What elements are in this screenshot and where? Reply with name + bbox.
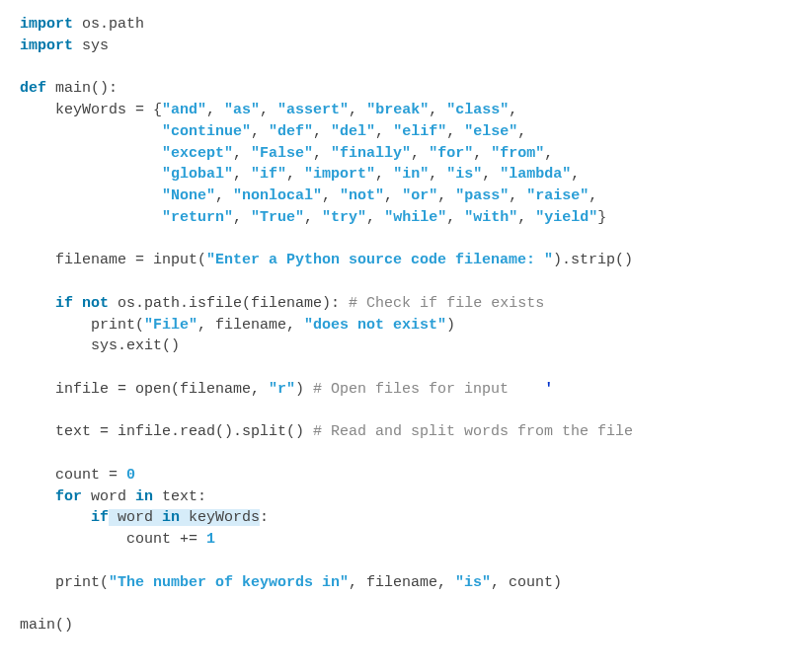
text: } [597,209,606,226]
selection: word in keyWords [109,509,260,526]
string: "import" [304,166,375,183]
kw-not: not [82,295,109,312]
text [20,295,55,312]
string: "not" [340,187,384,204]
string: "global" [162,166,233,183]
string: "False" [251,145,313,162]
string: "with" [464,209,517,226]
text: infile = open(filename, [20,381,269,398]
text: , count) [491,574,562,591]
string: "if" [251,166,286,183]
text: sys.exit() [20,337,180,354]
text [20,509,91,526]
kw-in: in [135,488,153,505]
string: "del" [331,123,375,140]
string: "does not exist" [304,317,446,334]
text: text: [153,488,206,505]
text: word [109,509,162,526]
text: keyWords = { [20,102,162,118]
comment: # Open files for input [313,381,509,398]
kw-for: for [55,488,82,505]
string: "try" [322,209,366,226]
kw-if: if [91,509,109,526]
string: "Enter a Python source code filename: " [206,252,553,268]
string: "while" [384,209,446,226]
comment: # Check if file exists [349,295,544,312]
kw-def: def [20,80,46,97]
text: print( [20,574,109,591]
string: "break" [366,102,429,118]
string: "continue" [162,123,251,140]
string: "None" [162,187,215,204]
text: word [82,488,135,505]
text: keyWords [180,509,260,526]
text: text = infile.read().split() [20,423,313,440]
string: "raise" [526,187,589,204]
number: 1 [206,531,215,548]
code-block: import os.path import sys def main(): ke… [20,14,766,636]
string: "from" [491,145,544,162]
text: ) [295,381,313,398]
text [20,488,55,505]
text: os.path.isfile(filename): [109,295,349,312]
string: "is" [455,574,491,591]
text: ) [446,317,455,334]
text: , filename, [197,317,304,334]
text: count += [20,531,206,548]
string: "yield" [535,209,597,226]
string: "assert" [277,102,349,118]
string: "except" [162,145,233,162]
text: ).strip() [553,252,633,268]
text [20,123,162,140]
string: "as" [224,102,260,118]
number: 0 [126,467,135,484]
string: "finally" [331,145,411,162]
text [20,166,162,183]
text: sys [73,37,109,54]
text [20,187,162,204]
string: "return" [162,209,233,226]
string: "pass" [455,187,509,204]
text: , filename, [349,574,455,591]
text: count = [20,467,126,484]
text: filename = input( [20,252,206,268]
string: "class" [446,102,509,118]
string: "The number of keywords in" [109,574,349,591]
text: print( [20,317,144,334]
kw-import: import [20,16,73,33]
string: "else" [464,123,517,140]
text [20,145,162,162]
string: "elif" [393,123,446,140]
kw-in: in [162,509,180,526]
string: "def" [269,123,313,140]
string: "True" [251,209,304,226]
kw-import: import [20,37,73,54]
text [20,209,162,226]
text: main() [20,617,73,634]
string: "lambda" [500,166,571,183]
string: "is" [446,166,482,183]
string: "r" [269,381,295,398]
comment: # Read and split words from the file [313,423,633,440]
cursor-mark: ' [509,381,553,398]
text: : [260,509,269,526]
string: "File" [144,317,197,334]
string: "nonlocal" [233,187,322,204]
text: os.path [73,16,144,33]
kw-if: if [55,295,73,312]
string: "or" [402,187,437,204]
string: "and" [162,102,206,118]
string: "in" [393,166,429,183]
text: main(): [46,80,118,97]
string: "for" [429,145,473,162]
